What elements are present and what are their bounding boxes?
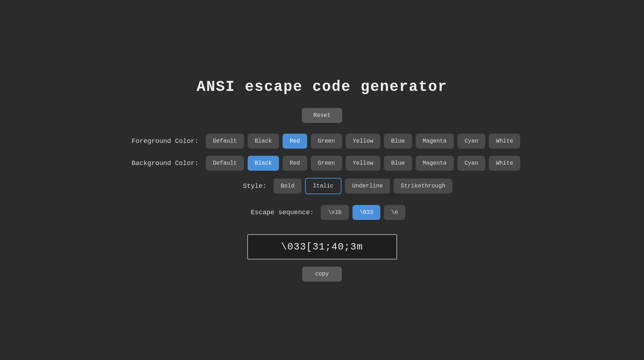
copy-button[interactable]: copy bbox=[302, 267, 341, 282]
fg-cyan-button[interactable]: Cyan bbox=[457, 134, 485, 149]
fg-yellow-button[interactable]: Yellow bbox=[346, 134, 381, 149]
escape-sequence-label: Escape sequence: bbox=[239, 209, 317, 216]
bg-default-button[interactable]: Default bbox=[206, 156, 244, 171]
fg-blue-button[interactable]: Blue bbox=[384, 134, 412, 149]
foreground-label: Foreground Color: bbox=[124, 138, 202, 145]
style-underline-button[interactable]: Underline bbox=[345, 179, 390, 194]
bg-magenta-button[interactable]: Magenta bbox=[416, 156, 454, 171]
fg-default-button[interactable]: Default bbox=[206, 134, 244, 149]
style-row: Style: Bold Italic Underline Strikethrou… bbox=[192, 178, 452, 194]
bg-green-button[interactable]: Green bbox=[311, 156, 342, 171]
style-bold-button[interactable]: Bold bbox=[274, 179, 301, 194]
bg-white-button[interactable]: White bbox=[489, 156, 520, 171]
result-code-display: \033[31;40;3m bbox=[247, 234, 397, 259]
fg-red-button[interactable]: Red bbox=[283, 134, 307, 149]
reset-button[interactable]: Reset bbox=[302, 108, 342, 123]
bg-red-button[interactable]: Red bbox=[283, 156, 307, 171]
background-color-row: Background Color: Default Black Red Gree… bbox=[124, 156, 521, 171]
fg-white-button[interactable]: White bbox=[489, 134, 520, 149]
style-italic-button[interactable]: Italic bbox=[305, 178, 341, 194]
style-strikethrough-button[interactable]: Strikethrough bbox=[394, 179, 452, 194]
esc-033-button[interactable]: \033 bbox=[353, 205, 380, 220]
bg-yellow-button[interactable]: Yellow bbox=[346, 156, 381, 171]
fg-magenta-button[interactable]: Magenta bbox=[416, 134, 454, 149]
fg-black-button[interactable]: Black bbox=[248, 134, 279, 149]
bg-cyan-button[interactable]: Cyan bbox=[457, 156, 485, 171]
style-label: Style: bbox=[192, 182, 270, 190]
background-label: Background Color: bbox=[124, 160, 202, 167]
page-title: ANSI escape code generator bbox=[197, 78, 447, 95]
bg-black-button[interactable]: Black bbox=[248, 156, 279, 171]
fg-green-button[interactable]: Green bbox=[311, 134, 342, 149]
bg-blue-button[interactable]: Blue bbox=[384, 156, 412, 171]
escape-sequence-row: Escape sequence: \x1b \033 \e bbox=[239, 205, 405, 220]
esc-e-button[interactable]: \e bbox=[384, 205, 405, 220]
esc-x1b-button[interactable]: \x1b bbox=[321, 205, 349, 220]
foreground-color-row: Foreground Color: Default Black Red Gree… bbox=[124, 134, 521, 149]
